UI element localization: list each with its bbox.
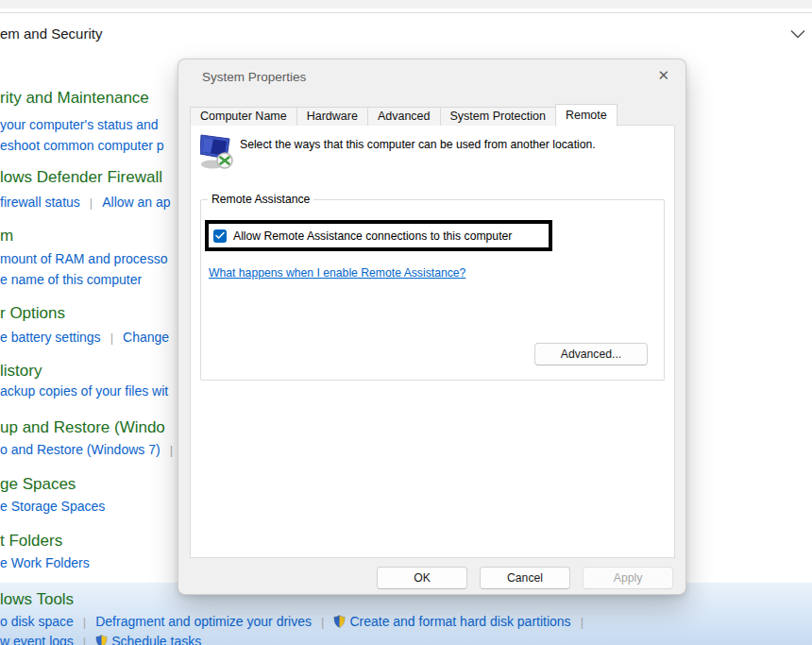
remote-tab-description: Select the ways that this computer can b… <box>240 138 665 152</box>
section-row: e battery settings | Change <box>0 330 169 345</box>
link-manage-storage-spaces[interactable]: e Storage Spaces <box>0 499 105 514</box>
cancel-button[interactable]: Cancel <box>480 567 570 589</box>
link-separator: | <box>170 443 173 457</box>
system-properties-dialog: System Properties ✕ Computer Name Hardwa… <box>178 59 686 595</box>
link-computer-name[interactable]: e name of this computer <box>0 272 142 287</box>
link-separator: | <box>581 615 584 629</box>
link-separator: | <box>90 195 93 210</box>
remote-desktop-icon <box>200 132 234 170</box>
section-heading-defender-firewall[interactable]: lows Defender Firewall <box>0 168 162 187</box>
checkmark-icon <box>215 231 225 240</box>
allow-remote-assistance-label: Allow Remote Assistance connections to t… <box>233 229 512 243</box>
section-row: e name of this computer <box>0 272 142 287</box>
section-row: firewall status | Allow an ap <box>0 195 171 210</box>
tab-remote[interactable]: Remote <box>555 104 617 127</box>
close-icon[interactable]: ✕ <box>657 67 669 84</box>
section-heading-file-history[interactable]: listory <box>0 362 42 381</box>
section-row: eshoot common computer p <box>0 138 164 153</box>
section-heading-windows-tools[interactable]: lows Tools <box>0 590 74 609</box>
section-row: your computer's status and <box>0 117 159 132</box>
dialog-footer: OK Cancel Apply <box>377 567 673 589</box>
dialog-tab-strip: Computer Name Hardware Advanced System P… <box>190 104 617 126</box>
link-view-event-logs[interactable]: w event logs <box>0 634 74 645</box>
remote-assistance-group: Remote Assistance Allow Remote Assistanc… <box>200 199 665 381</box>
tab-hardware[interactable]: Hardware <box>296 107 368 126</box>
link-troubleshoot[interactable]: eshoot common computer p <box>0 138 164 153</box>
section-row: o and Restore (Windows 7) | <box>0 442 182 457</box>
tab-advanced[interactable]: Advanced <box>367 107 441 126</box>
section-row: e Storage Spaces <box>0 499 105 514</box>
link-separator: | <box>321 615 324 629</box>
allow-remote-assistance-checkbox[interactable] <box>213 229 227 243</box>
remote-assistance-group-label: Remote Assistance <box>208 193 313 206</box>
section-heading-system[interactable]: m <box>0 227 13 246</box>
link-free-disk-space[interactable]: o disk space <box>0 614 74 629</box>
link-view-ram[interactable]: mount of RAM and processo <box>0 251 167 266</box>
tab-system-protection[interactable]: System Protection <box>440 107 556 126</box>
ok-button[interactable]: OK <box>377 567 467 589</box>
tools-row-1: o disk space | Defragment and optimize y… <box>0 614 593 629</box>
breadcrumb: em and Security <box>0 25 102 42</box>
uac-shield-icon <box>95 635 108 645</box>
annotation-highlight-box: Allow Remote Assistance connections to t… <box>205 220 552 251</box>
chevron-down-icon[interactable] <box>790 29 805 39</box>
remote-assistance-help-link[interactable]: What happens when I enable Remote Assist… <box>209 266 465 280</box>
link-separator: | <box>83 615 86 629</box>
section-heading-power-options[interactable]: r Options <box>0 304 65 323</box>
section-heading-backup-restore[interactable]: up and Restore (Windo <box>0 418 165 437</box>
section-row: mount of RAM and processo <box>0 251 167 266</box>
link-firewall-status[interactable]: firewall status <box>0 195 80 210</box>
section-row: ackup copies of your files wit <box>0 383 168 399</box>
tab-computer-name[interactable]: Computer Name <box>190 107 297 126</box>
toolbar-divider <box>0 12 812 13</box>
link-review-status[interactable]: your computer's status and <box>0 117 159 132</box>
link-battery-settings[interactable]: e battery settings <box>0 330 101 345</box>
section-heading-security-maintenance[interactable]: rity and Maintenance <box>0 89 149 108</box>
link-schedule-tasks[interactable]: Schedule tasks <box>95 634 201 645</box>
link-change-power[interactable]: Change <box>123 330 169 345</box>
tools-row-2: w event logs | Schedule tasks <box>0 634 201 645</box>
window-top-strip <box>0 0 812 8</box>
apply-button: Apply <box>583 567 673 589</box>
section-heading-work-folders[interactable]: t Folders <box>0 532 62 551</box>
link-backup-restore-win7[interactable]: o and Restore (Windows 7) <box>0 442 161 457</box>
dialog-title: System Properties <box>202 70 306 84</box>
remote-tab-panel: Select the ways that this computer can b… <box>190 125 675 558</box>
link-separator: | <box>83 635 86 645</box>
link-separator: | <box>110 331 113 345</box>
link-manage-work-folders[interactable]: e Work Folders <box>0 555 90 570</box>
link-allow-app[interactable]: Allow an ap <box>102 195 170 210</box>
advanced-button[interactable]: Advanced... <box>534 343 648 365</box>
section-heading-storage-spaces[interactable]: ge Spaces <box>0 475 76 494</box>
link-defragment[interactable]: Defragment and optimize your drives <box>95 614 312 629</box>
uac-shield-icon <box>333 615 346 628</box>
link-create-partitions[interactable]: Create and format hard disk partitions <box>333 614 570 629</box>
section-row: e Work Folders <box>0 555 90 570</box>
link-backup-copies[interactable]: ackup copies of your files wit <box>0 383 168 399</box>
